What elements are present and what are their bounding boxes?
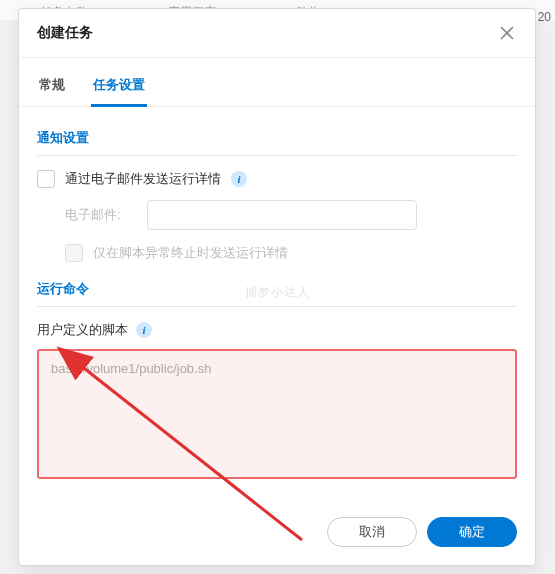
bg-right-fragment: 20 [538, 10, 551, 24]
only-on-error-checkbox [65, 244, 83, 262]
modal-title: 创建任务 [37, 24, 93, 42]
only-on-error-row: 仅在脚本异常终止时发送运行详情 [65, 244, 517, 262]
section-notification-title: 通知设置 [37, 129, 517, 156]
only-on-error-label: 仅在脚本异常终止时发送运行详情 [93, 244, 288, 262]
cancel-button-label: 取消 [359, 523, 385, 541]
close-icon [500, 26, 514, 40]
create-task-modal: 创建任务 常规 任务设置 通知设置 通过电子邮件发送运行详情 i 电子邮件: 仅… [18, 8, 536, 566]
ok-button-label: 确定 [459, 523, 485, 541]
info-icon[interactable]: i [136, 322, 152, 338]
email-field-row: 电子邮件: [65, 200, 517, 230]
user-script-textarea[interactable] [37, 349, 517, 479]
modal-footer: 取消 确定 [19, 503, 535, 565]
tab-task-settings[interactable]: 任务设置 [91, 66, 147, 107]
email-field-label: 电子邮件: [65, 206, 135, 224]
email-input[interactable] [147, 200, 417, 230]
script-label: 用户定义的脚本 [37, 321, 128, 339]
close-button[interactable] [497, 23, 517, 43]
tab-bar: 常规 任务设置 [19, 66, 535, 107]
section-run-command-title: 运行命令 [37, 280, 517, 307]
ok-button[interactable]: 确定 [427, 517, 517, 547]
modal-header: 创建任务 [19, 9, 535, 58]
email-notify-label: 通过电子邮件发送运行详情 [65, 170, 221, 188]
cancel-button[interactable]: 取消 [327, 517, 417, 547]
info-icon[interactable]: i [231, 171, 247, 187]
script-header: 用户定义的脚本 i [37, 321, 517, 339]
email-notify-row: 通过电子邮件发送运行详情 i [37, 170, 517, 188]
email-notify-checkbox[interactable] [37, 170, 55, 188]
modal-body: 通知设置 通过电子邮件发送运行详情 i 电子邮件: 仅在脚本异常终止时发送运行详… [19, 107, 535, 503]
tab-general[interactable]: 常规 [37, 66, 67, 107]
